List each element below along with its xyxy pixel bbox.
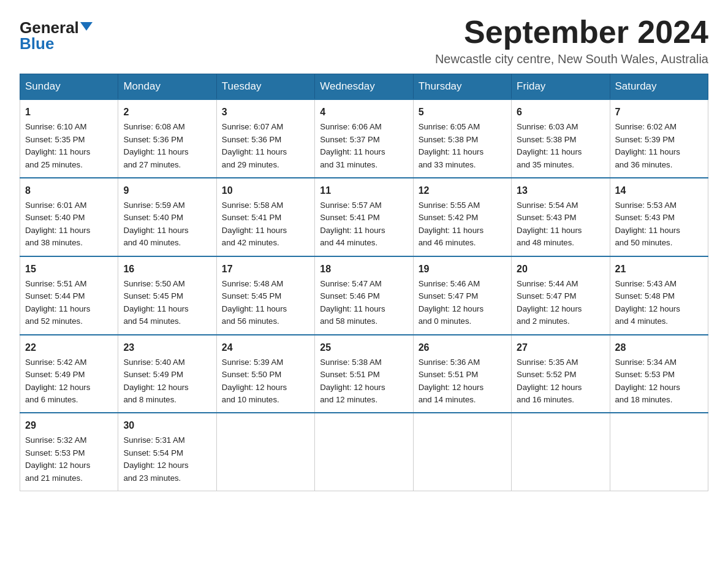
table-row: 20Sunrise: 5:44 AMSunset: 5:47 PMDayligh… — [512, 256, 610, 335]
day-info: Sunrise: 5:58 AMSunset: 5:41 PMDaylight:… — [222, 199, 309, 250]
table-row: 2Sunrise: 6:08 AMSunset: 5:36 PMDaylight… — [118, 99, 216, 178]
logo-general: General — [20, 20, 79, 36]
table-row: 22Sunrise: 5:42 AMSunset: 5:49 PMDayligh… — [20, 335, 118, 413]
table-row: 16Sunrise: 5:50 AMSunset: 5:45 PMDayligh… — [118, 256, 216, 335]
day-info: Sunrise: 6:01 AMSunset: 5:40 PMDaylight:… — [25, 199, 113, 250]
day-info: Sunrise: 5:42 AMSunset: 5:49 PMDaylight:… — [25, 356, 113, 407]
day-info: Sunrise: 6:06 AMSunset: 5:37 PMDaylight:… — [320, 121, 408, 171]
day-number: 13 — [517, 183, 604, 198]
day-number: 15 — [25, 262, 113, 277]
table-row: 1Sunrise: 6:10 AMSunset: 5:35 PMDaylight… — [20, 99, 118, 178]
table-row — [512, 413, 610, 491]
day-info: Sunrise: 5:54 AMSunset: 5:43 PMDaylight:… — [517, 199, 604, 250]
day-info: Sunrise: 5:55 AMSunset: 5:42 PMDaylight:… — [419, 199, 506, 250]
day-info: Sunrise: 6:08 AMSunset: 5:36 PMDaylight:… — [123, 121, 211, 171]
day-number: 20 — [517, 262, 604, 277]
table-row: 15Sunrise: 5:51 AMSunset: 5:44 PMDayligh… — [20, 256, 118, 335]
day-number: 10 — [222, 183, 309, 198]
table-row: 29Sunrise: 5:32 AMSunset: 5:53 PMDayligh… — [20, 413, 118, 491]
col-tuesday: Tuesday — [216, 74, 314, 100]
day-number: 26 — [419, 340, 506, 355]
day-number: 22 — [25, 340, 113, 355]
page-header: General Blue September 2024 Newcastle ci… — [20, 15, 708, 66]
title-area: September 2024 Newcastle city centre, Ne… — [435, 15, 708, 66]
table-row: 14Sunrise: 5:53 AMSunset: 5:43 PMDayligh… — [610, 178, 708, 256]
table-row — [315, 413, 413, 491]
table-row: 28Sunrise: 5:34 AMSunset: 5:53 PMDayligh… — [610, 335, 708, 413]
day-number: 19 — [419, 262, 506, 277]
location-subtitle: Newcastle city centre, New South Wales, … — [435, 52, 708, 66]
logo-triangle-icon — [80, 22, 93, 31]
day-number: 8 — [25, 183, 113, 198]
month-title: September 2024 — [435, 15, 708, 50]
day-info: Sunrise: 5:46 AMSunset: 5:47 PMDaylight:… — [419, 278, 506, 328]
table-row: 11Sunrise: 5:57 AMSunset: 5:41 PMDayligh… — [315, 178, 413, 256]
table-row: 5Sunrise: 6:05 AMSunset: 5:38 PMDaylight… — [413, 99, 511, 178]
table-row: 6Sunrise: 6:03 AMSunset: 5:38 PMDaylight… — [512, 99, 610, 178]
day-number: 4 — [320, 105, 408, 120]
day-info: Sunrise: 5:44 AMSunset: 5:47 PMDaylight:… — [517, 278, 604, 328]
table-row: 8Sunrise: 6:01 AMSunset: 5:40 PMDaylight… — [20, 178, 118, 256]
calendar-week-row: 15Sunrise: 5:51 AMSunset: 5:44 PMDayligh… — [20, 256, 708, 335]
day-number: 16 — [123, 262, 211, 277]
day-number: 9 — [123, 183, 211, 198]
day-info: Sunrise: 6:10 AMSunset: 5:35 PMDaylight:… — [25, 121, 113, 171]
day-info: Sunrise: 5:59 AMSunset: 5:40 PMDaylight:… — [123, 199, 211, 250]
day-number: 23 — [123, 340, 211, 355]
col-wednesday: Wednesday — [315, 74, 413, 100]
calendar-week-row: 1Sunrise: 6:10 AMSunset: 5:35 PMDaylight… — [20, 99, 708, 178]
day-info: Sunrise: 5:32 AMSunset: 5:53 PMDaylight:… — [25, 434, 113, 484]
day-info: Sunrise: 5:57 AMSunset: 5:41 PMDaylight:… — [320, 199, 408, 250]
table-row: 23Sunrise: 5:40 AMSunset: 5:49 PMDayligh… — [118, 335, 216, 413]
day-number: 30 — [123, 418, 211, 433]
logo-blue: Blue — [20, 34, 54, 53]
table-row: 27Sunrise: 5:35 AMSunset: 5:52 PMDayligh… — [512, 335, 610, 413]
table-row: 17Sunrise: 5:48 AMSunset: 5:45 PMDayligh… — [216, 256, 314, 335]
table-row: 24Sunrise: 5:39 AMSunset: 5:50 PMDayligh… — [216, 335, 314, 413]
table-row: 13Sunrise: 5:54 AMSunset: 5:43 PMDayligh… — [512, 178, 610, 256]
calendar-table: Sunday Monday Tuesday Wednesday Thursday… — [20, 74, 708, 491]
day-number: 18 — [320, 262, 408, 277]
table-row: 3Sunrise: 6:07 AMSunset: 5:36 PMDaylight… — [216, 99, 314, 178]
table-row: 21Sunrise: 5:43 AMSunset: 5:48 PMDayligh… — [610, 256, 708, 335]
col-sunday: Sunday — [20, 74, 118, 100]
col-thursday: Thursday — [413, 74, 511, 100]
table-row: 4Sunrise: 6:06 AMSunset: 5:37 PMDaylight… — [315, 99, 413, 178]
day-number: 2 — [123, 105, 211, 120]
table-row: 30Sunrise: 5:31 AMSunset: 5:54 PMDayligh… — [118, 413, 216, 491]
day-info: Sunrise: 5:39 AMSunset: 5:50 PMDaylight:… — [222, 356, 309, 407]
day-number: 1 — [25, 105, 113, 120]
day-info: Sunrise: 6:07 AMSunset: 5:36 PMDaylight:… — [222, 121, 309, 171]
day-number: 29 — [25, 418, 113, 433]
table-row: 10Sunrise: 5:58 AMSunset: 5:41 PMDayligh… — [216, 178, 314, 256]
table-row: 18Sunrise: 5:47 AMSunset: 5:46 PMDayligh… — [315, 256, 413, 335]
day-info: Sunrise: 5:50 AMSunset: 5:45 PMDaylight:… — [123, 278, 211, 328]
table-row: 7Sunrise: 6:02 AMSunset: 5:39 PMDaylight… — [610, 99, 708, 178]
day-info: Sunrise: 5:36 AMSunset: 5:51 PMDaylight:… — [419, 356, 506, 407]
day-info: Sunrise: 5:31 AMSunset: 5:54 PMDaylight:… — [123, 434, 211, 484]
day-info: Sunrise: 5:47 AMSunset: 5:46 PMDaylight:… — [320, 278, 408, 328]
day-number: 6 — [517, 105, 604, 120]
table-row — [413, 413, 511, 491]
table-row: 12Sunrise: 5:55 AMSunset: 5:42 PMDayligh… — [413, 178, 511, 256]
day-info: Sunrise: 6:03 AMSunset: 5:38 PMDaylight:… — [517, 121, 604, 171]
col-friday: Friday — [512, 74, 610, 100]
day-info: Sunrise: 5:40 AMSunset: 5:49 PMDaylight:… — [123, 356, 211, 407]
calendar-header-row: Sunday Monday Tuesday Wednesday Thursday… — [20, 74, 708, 100]
day-info: Sunrise: 5:38 AMSunset: 5:51 PMDaylight:… — [320, 356, 408, 407]
table-row: 26Sunrise: 5:36 AMSunset: 5:51 PMDayligh… — [413, 335, 511, 413]
day-info: Sunrise: 6:05 AMSunset: 5:38 PMDaylight:… — [419, 121, 506, 171]
day-info: Sunrise: 5:48 AMSunset: 5:45 PMDaylight:… — [222, 278, 309, 328]
logo: General Blue — [20, 20, 93, 52]
day-number: 24 — [222, 340, 309, 355]
day-number: 5 — [419, 105, 506, 120]
calendar-week-row: 8Sunrise: 6:01 AMSunset: 5:40 PMDaylight… — [20, 178, 708, 256]
day-info: Sunrise: 5:53 AMSunset: 5:43 PMDaylight:… — [615, 199, 703, 250]
day-number: 27 — [517, 340, 604, 355]
day-info: Sunrise: 5:51 AMSunset: 5:44 PMDaylight:… — [25, 278, 113, 328]
table-row: 9Sunrise: 5:59 AMSunset: 5:40 PMDaylight… — [118, 178, 216, 256]
table-row: 19Sunrise: 5:46 AMSunset: 5:47 PMDayligh… — [413, 256, 511, 335]
day-info: Sunrise: 5:43 AMSunset: 5:48 PMDaylight:… — [615, 278, 703, 328]
calendar-week-row: 29Sunrise: 5:32 AMSunset: 5:53 PMDayligh… — [20, 413, 708, 491]
table-row — [216, 413, 314, 491]
